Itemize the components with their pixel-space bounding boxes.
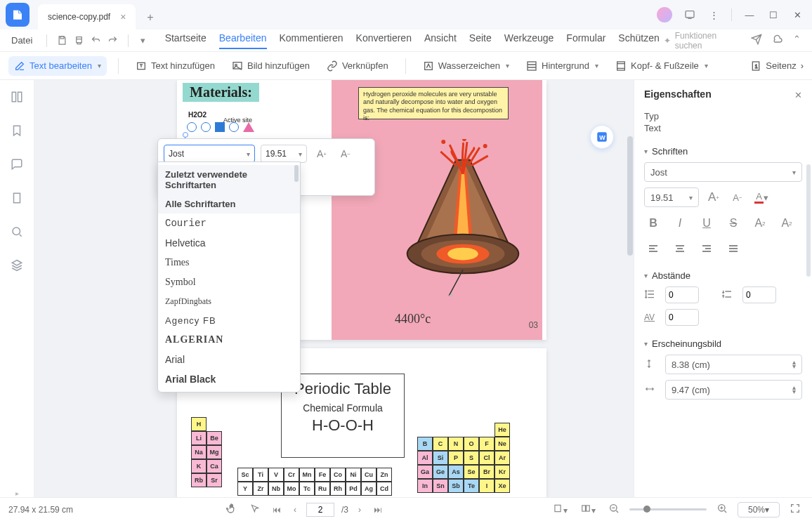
background-button[interactable]: Hintergrund ▾	[520, 56, 604, 76]
strikethrough-icon[interactable]: S	[724, 214, 742, 232]
subscript-icon[interactable]: A2	[778, 214, 796, 232]
bold-icon[interactable]: B	[644, 214, 662, 232]
close-properties-icon[interactable]: ✕	[794, 90, 802, 100]
align-right-icon[interactable]	[698, 239, 716, 258]
zoom-out-icon[interactable]	[605, 503, 622, 516]
comments-icon[interactable]	[10, 157, 24, 171]
funktionen-suchen[interactable]: Funktionen suchen	[675, 31, 738, 51]
page-number-button[interactable]: 1 Seitenz ›	[750, 60, 804, 72]
font-option-courier[interactable]: Courier	[158, 213, 300, 233]
cloud-icon[interactable]	[772, 34, 783, 47]
underline-icon[interactable]: U	[698, 214, 716, 232]
maximize-icon[interactable]: ☐	[767, 8, 780, 21]
font-option-agency-fb[interactable]: Agency FB	[158, 311, 300, 330]
width-input[interactable]: 9.47 (cm) ▴▾	[665, 380, 802, 400]
link-button[interactable]: Verknüpfen	[321, 56, 394, 76]
prev-page-icon[interactable]: ‹	[291, 505, 299, 515]
props-font-select[interactable]: Jost ▾	[644, 162, 802, 182]
share-icon[interactable]	[751, 34, 762, 47]
last-page-icon[interactable]: ⏭	[371, 505, 385, 515]
dropdown-icon[interactable]: ▾	[137, 34, 150, 48]
zoom-value[interactable]: 50% ▾	[738, 502, 780, 517]
tab-seite[interactable]: Seite	[469, 32, 492, 49]
erscheinungsbild-section[interactable]: Erscheinungsbild	[644, 338, 802, 349]
close-tab-icon[interactable]: ×	[120, 11, 126, 22]
fit-width-icon[interactable]: ▾	[549, 503, 570, 515]
page-number-input[interactable]	[306, 503, 334, 517]
font-option-arial[interactable]: Arial	[158, 350, 300, 369]
headerfooter-button[interactable]: Kopf- & Fußzeile ▾	[610, 56, 714, 76]
next-page-icon[interactable]: ›	[355, 505, 364, 515]
add-tab-button[interactable]: +	[141, 6, 159, 29]
feedback-icon[interactable]	[683, 8, 696, 21]
superscript-icon[interactable]: A2	[751, 214, 769, 232]
popup-font-select[interactable]: Jost ▾	[164, 145, 255, 163]
view-mode-icon[interactable]: ▾	[577, 503, 598, 515]
thumbnails-icon[interactable]	[10, 90, 24, 104]
tab-ansicht[interactable]: Ansicht	[424, 32, 457, 49]
doc-scrollbar[interactable]	[627, 80, 633, 497]
watermark-button[interactable]: Wasserzeichen ▾	[417, 56, 515, 76]
decrease-font-icon[interactable]: A−	[336, 145, 355, 163]
zoom-slider[interactable]	[629, 508, 707, 510]
kerning-input[interactable]	[665, 309, 699, 326]
layers-icon[interactable]	[10, 258, 24, 272]
increase-font-icon[interactable]: A+	[313, 145, 331, 163]
tab-formular[interactable]: Formular	[566, 32, 605, 49]
font-option-helvetica[interactable]: Helvetica	[158, 233, 300, 253]
props-size-select[interactable]: 19.51 ▾	[644, 187, 699, 207]
tab-kommentieren[interactable]: Kommentieren	[280, 32, 343, 49]
abstaende-section[interactable]: Abstände	[644, 270, 802, 281]
collapse-properties-icon[interactable]: ◂	[449, 291, 452, 298]
save-icon[interactable]	[55, 34, 68, 48]
tab-schuetzen[interactable]: Schützen	[618, 32, 659, 49]
tab-konvertieren[interactable]: Konvertieren	[356, 32, 412, 49]
decrease-font-icon[interactable]: A−	[728, 188, 747, 206]
font-option-zapfdingbats[interactable]: ZapfDingbats	[158, 292, 300, 311]
align-left-icon[interactable]	[644, 239, 662, 258]
more-icon[interactable]: ⋮	[707, 8, 720, 21]
add-text-button[interactable]: Text hinzufügen	[130, 56, 221, 76]
word-export-fab[interactable]: W	[590, 125, 614, 149]
font-option-algerian[interactable]: ALGERIAN	[158, 330, 300, 350]
document-tab[interactable]: science-copy.pdf ×	[38, 4, 136, 29]
document-area[interactable]: Materials: H2O2 Active site Hydrogen per…	[34, 80, 634, 497]
expand-sidebar-icon[interactable]: ▸	[15, 489, 19, 497]
hand-tool-icon[interactable]	[223, 503, 240, 516]
props-scrollbar[interactable]	[806, 80, 811, 497]
font-color-icon[interactable]: A▾	[752, 188, 771, 206]
align-center-icon[interactable]	[671, 239, 689, 258]
undo-icon[interactable]	[89, 34, 102, 48]
user-avatar[interactable]	[657, 7, 672, 22]
font-option-arial-black[interactable]: Arial Black	[158, 369, 300, 389]
tab-werkzeuge[interactable]: Werkzeuge	[504, 32, 554, 49]
popup-size-select[interactable]: 19.51 ▾	[261, 145, 307, 163]
tab-bearbeiten[interactable]: Bearbeiten	[219, 32, 267, 49]
datei-menu[interactable]: Datei	[11, 35, 32, 46]
schriften-section[interactable]: Schriften	[644, 146, 802, 157]
fullscreen-icon[interactable]	[787, 503, 804, 516]
bookmarks-icon[interactable]	[10, 124, 24, 138]
first-page-icon[interactable]: ⏮	[270, 505, 284, 515]
align-justify-icon[interactable]	[724, 239, 742, 258]
attachments-icon[interactable]	[10, 191, 24, 205]
redo-icon[interactable]	[107, 34, 119, 48]
line-spacing-input[interactable]	[665, 286, 699, 303]
zoom-in-icon[interactable]	[714, 503, 731, 516]
select-tool-icon[interactable]	[247, 503, 263, 515]
dropdown-scrollbar[interactable]	[294, 165, 299, 182]
search-icon[interactable]	[10, 225, 24, 239]
tab-startseite[interactable]: Startseite	[165, 32, 207, 49]
italic-icon[interactable]: I	[671, 214, 689, 232]
increase-font-icon[interactable]: A+	[705, 188, 723, 206]
collapse-ribbon-icon[interactable]: ⌃	[793, 34, 801, 47]
print-icon[interactable]	[72, 34, 85, 48]
height-input[interactable]: 8.38 (cm) ▴▾	[665, 355, 802, 374]
font-option-times[interactable]: Times	[158, 253, 300, 272]
edit-text-button[interactable]: Text bearbeiten ▾	[8, 56, 107, 76]
font-option-symbol[interactable]: Symbol	[158, 272, 300, 292]
close-window-icon[interactable]: ✕	[791, 8, 804, 21]
minimize-icon[interactable]: —	[743, 8, 756, 21]
paragraph-spacing-input[interactable]	[742, 286, 776, 303]
add-image-button[interactable]: Bild hinzufügen	[226, 56, 315, 76]
